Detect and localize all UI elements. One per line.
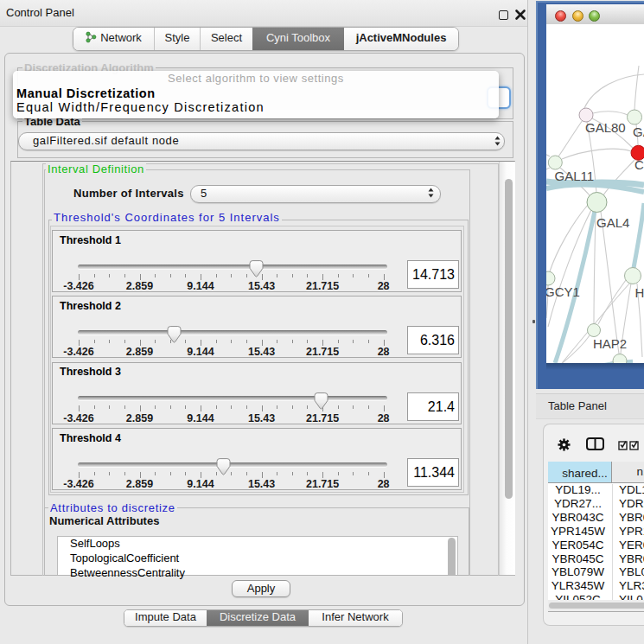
svg-text:GAL4: GAL4: [596, 215, 629, 230]
svg-text:GCY1: GCY1: [546, 284, 580, 299]
svg-text:GAL11: GAL11: [555, 169, 595, 183]
svg-text:C: C: [634, 157, 644, 172]
svg-text:GAL80: GAL80: [585, 120, 626, 135]
svg-text:HAP2: HAP2: [593, 336, 627, 351]
svg-text:H: H: [635, 285, 644, 300]
svg-text:GAL1: GAL1: [633, 124, 644, 139]
